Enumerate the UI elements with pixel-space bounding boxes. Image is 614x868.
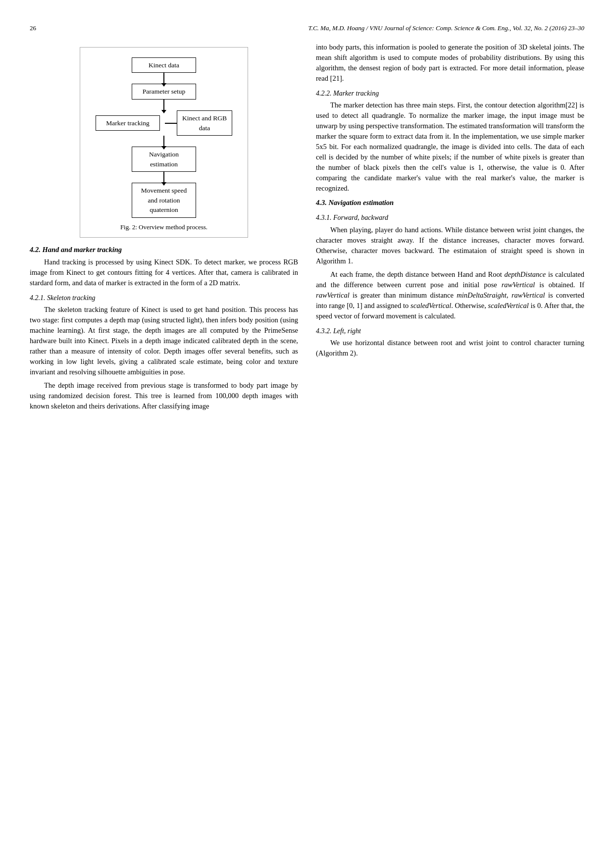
diagram-arrow-4 [163, 172, 164, 183]
diagram-box-navigation: Navigation estimation [132, 147, 196, 172]
section-42-para1: Hand tracking is processed by using Kine… [30, 257, 298, 288]
section-43-heading: 4.3. Navigation estimation [316, 198, 584, 208]
subsec-422-heading: 4.2.2. Marker tracking [316, 89, 584, 99]
diagram-box-marker-tracking: Marker tracking [96, 115, 160, 131]
subsec-422-para1: The marker detection has three main step… [316, 100, 584, 194]
right-col-para-cont: into body parts, this information is poo… [316, 42, 584, 84]
subsec-421-para2: The depth image received from previous s… [30, 380, 298, 411]
journal-info: T.C. Ma, M.D. Hoang / VNU Journal of Sci… [308, 24, 584, 33]
right-column: into body parts, this information is poo… [316, 42, 584, 838]
section-42-heading: 4.2. Hand and marker tracking [30, 245, 298, 255]
diagram-arrow-2 [163, 100, 164, 110]
subsec-431-para2: At each frame, the depth distance betwee… [316, 269, 584, 321]
diagram-box-kinect-data: Kinect data [132, 57, 196, 73]
diagram-box-movement: Movement speed and rotation quaternion [132, 183, 196, 218]
content-area: Kinect data Parameter setup Marker track… [30, 42, 584, 838]
page: 26 T.C. Ma, M.D. Hoang / VNU Journal of … [0, 0, 614, 868]
page-number: 26 [30, 24, 36, 33]
subsec-431-heading: 4.3.1. Forward, backward [316, 213, 584, 223]
diagram-row-marker: Marker tracking Kinect and RGB data [96, 110, 232, 136]
subsec-421-para1: The skeleton tracking feature of Kinect … [30, 305, 298, 377]
diagram: Kinect data Parameter setup Marker track… [80, 47, 248, 238]
subsec-432-para1: We use horizontal distance between root … [316, 338, 584, 358]
page-header: 26 T.C. Ma, M.D. Hoang / VNU Journal of … [30, 24, 584, 33]
subsec-431-para1: When playing, player do hand actions. Wh… [316, 225, 584, 266]
subsec-432-heading: 4.3.2. Left, right [316, 326, 584, 336]
subsec-421-heading: 4.2.1. Skeleton tracking [30, 293, 298, 303]
left-column: Kinect data Parameter setup Marker track… [30, 42, 298, 838]
diagram-arrow-1 [163, 73, 164, 84]
horiz-line [165, 123, 177, 124]
diagram-caption: Fig. 2: Overview method process. [120, 223, 207, 232]
diagram-side-box: Kinect and RGB data [177, 110, 232, 136]
diagram-arrow-3 [163, 136, 164, 147]
side-box-wrapper: Kinect and RGB data [165, 110, 232, 136]
